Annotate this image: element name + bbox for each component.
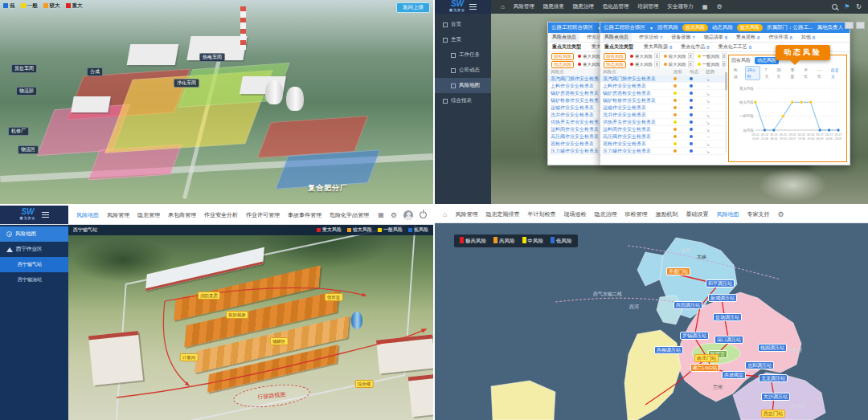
time-range-button[interactable]: 半年 [801, 66, 813, 80]
avatar[interactable] [403, 210, 413, 220]
focus-tab[interactable]: 重点化工工艺8 [717, 43, 753, 51]
station-marker[interactable]: 西柳调压站 [654, 346, 683, 354]
main-nav-item[interactable]: 隐患治理 [594, 210, 616, 218]
top-nav-item[interactable]: 危化品管理 [603, 3, 629, 10]
sidebar-item[interactable]: 主页 [435, 32, 491, 47]
scrollbar[interactable] [725, 72, 727, 153]
time-range-button[interactable]: 自定义 [829, 66, 844, 80]
site-label[interactable]: 综合楼 [355, 380, 374, 388]
main-nav-item[interactable]: 专家支持 [747, 210, 769, 218]
station-marker[interactable]: 新城调压站 [708, 294, 737, 302]
time-range-button[interactable]: 30天 [774, 66, 786, 80]
tab[interactable]: 作业活动7 [637, 33, 664, 42]
legend-count-item[interactable]: 一般风险8 [698, 53, 727, 59]
sidebar-item[interactable]: 公司动态 [435, 63, 491, 78]
home-icon[interactable]: ⌂ [501, 3, 505, 10]
grid-icon[interactable]: ▦ [378, 211, 384, 218]
top-nav-item[interactable]: 隐患治理 [573, 3, 594, 10]
gear-icon[interactable]: ⚙ [391, 211, 397, 219]
site-label[interactable]: 储罐区 [270, 337, 289, 345]
main-nav-item[interactable]: 承包商管理 [168, 211, 196, 219]
menu-icon[interactable] [42, 212, 49, 218]
station-marker[interactable]: 盐场调压站 [713, 313, 742, 321]
time-range-button[interactable]: 昨日 [731, 66, 743, 80]
tab[interactable]: 风险点信息 [551, 33, 579, 42]
power-icon[interactable] [420, 211, 427, 218]
main-nav-item[interactable]: 风险地图 [716, 210, 739, 218]
focus-tab[interactable]: 重大风险源8 [642, 43, 674, 51]
table-row[interactable]: 压力罐作业安全检查表 ↘ [600, 148, 727, 155]
home-icon[interactable]: ⌂ [443, 210, 447, 218]
brand-logo[interactable]: SW赛为安全 [0, 206, 68, 224]
focus-tab[interactable]: 重点关注类型 [551, 43, 584, 51]
tab[interactable]: 物品清单8 [702, 33, 729, 42]
top-nav-item[interactable]: 风险管理 [514, 3, 534, 10]
tab[interactable]: 重点巡检8 [735, 33, 761, 42]
sidebar-item[interactable]: 首页 [435, 17, 491, 32]
time-range-button[interactable]: 7天 [762, 66, 772, 80]
main-nav-item[interactable]: 激励机制 [655, 210, 678, 218]
station-marker[interactable]: 西固调压站 [674, 301, 702, 309]
station-marker[interactable]: 深口调压站 [714, 336, 743, 344]
focus-tab[interactable]: 重点关注类型 [603, 43, 637, 51]
sidebar-item-gas-station[interactable]: 西宁输气站 [0, 257, 68, 272]
legend-count-item[interactable]: 重大风险8 [630, 61, 660, 67]
legend-count-item[interactable]: 较大风险8 [664, 61, 694, 67]
main-nav-item[interactable]: 风险管理 [107, 211, 129, 219]
top-nav-item[interactable]: 安全领导力 [667, 3, 694, 10]
sidebar-item-oil-station[interactable]: 西宁输油站 [0, 272, 68, 287]
station-marker[interactable]: 养鹿门站 [666, 267, 690, 275]
sidebar-item-work-area[interactable]: 西宁作业区 [0, 242, 68, 257]
time-range-button[interactable]: 一年 [815, 66, 827, 80]
tab[interactable]: 风险点信息 [603, 33, 632, 42]
station-marker[interactable]: 和平调压站 [706, 279, 735, 287]
main-nav-item[interactable]: 风险管理 [455, 210, 477, 218]
grid-icon[interactable]: ▦ [702, 4, 708, 10]
main-nav-item[interactable]: 作业许可管理 [246, 211, 280, 219]
window-titlebar[interactable]: 公路工程联合级区▼ 固有风险 较大风险 动态风险 较大风险 所属部门：公路工..… [600, 22, 850, 33]
main-nav-item[interactable]: 作业安全分析 [204, 211, 238, 219]
time-range-button[interactable]: 24小时 [745, 66, 761, 80]
site-label[interactable]: 值班室 [325, 293, 343, 301]
sidebar-item[interactable]: 风险地图 [435, 78, 491, 93]
main-nav-item[interactable]: 班检管理 [624, 210, 647, 218]
top-nav-item[interactable]: 隐患排查 [543, 3, 564, 10]
site-label[interactable]: 消防泵房 [198, 292, 220, 300]
refresh-icon[interactable]: ↻ [856, 3, 862, 10]
chevron-down-icon[interactable]: ▼ [649, 26, 653, 31]
site-label[interactable]: 装卸栈桥 [226, 311, 248, 319]
panel-control-button[interactable] [845, 22, 854, 29]
main-nav-item[interactable]: 事故事件管理 [288, 211, 321, 219]
brand-logo[interactable]: SW赛为安全 [435, 0, 491, 14]
main-nav-item[interactable]: 危险化学品管理 [330, 211, 369, 219]
gear-icon[interactable]: ⚙ [777, 210, 784, 218]
legend-count-item[interactable]: 重大风险8 [630, 53, 660, 59]
station-marker[interactable]: 大沙调压站 [761, 393, 790, 401]
main-nav-item[interactable]: 隐患管理 [137, 211, 160, 219]
search-icon[interactable] [832, 4, 837, 10]
time-range-button[interactable]: 季度 [788, 66, 800, 80]
station-marker[interactable]: 忠和调压站 [745, 361, 774, 369]
station-marker[interactable]: 皋兰LNG站 [690, 364, 719, 372]
station-marker[interactable]: 南庄门站 [694, 354, 719, 362]
main-nav-item[interactable]: 现场巡检 [563, 210, 586, 218]
station-marker[interactable]: 西坡阀室 [722, 371, 746, 379]
station-marker[interactable]: 北龙调压站 [759, 374, 788, 382]
sidebar-item[interactable]: 工作任务 [435, 47, 491, 63]
main-nav-item[interactable]: 风险地图 [76, 211, 99, 219]
main-nav-item[interactable]: 基础设置 [686, 210, 708, 218]
top-nav-item[interactable]: 培训管理 [637, 3, 658, 10]
gear-icon[interactable]: ⚙ [716, 3, 722, 10]
station-marker[interactable]: 西岔门站 [761, 410, 785, 418]
main-nav-item[interactable]: 年计划检查 [527, 210, 555, 218]
chart-toggle-button[interactable]: 固有风险 [731, 57, 751, 64]
station-marker[interactable]: 桃园调压站 [758, 344, 787, 352]
focus-tab[interactable]: 重点化学品8 [679, 43, 710, 51]
flag-icon[interactable]: ⚑ [844, 3, 850, 10]
legend-count-item[interactable]: 一般风险8 [698, 61, 727, 67]
sidebar-item-risk-map[interactable]: 风险地图 [0, 226, 68, 242]
tab[interactable]: 设备设施7 [669, 33, 696, 42]
panel-control-button[interactable] [856, 22, 865, 29]
site-label[interactable]: 计量间 [180, 353, 199, 361]
tab[interactable]: 其他8 [800, 33, 817, 42]
